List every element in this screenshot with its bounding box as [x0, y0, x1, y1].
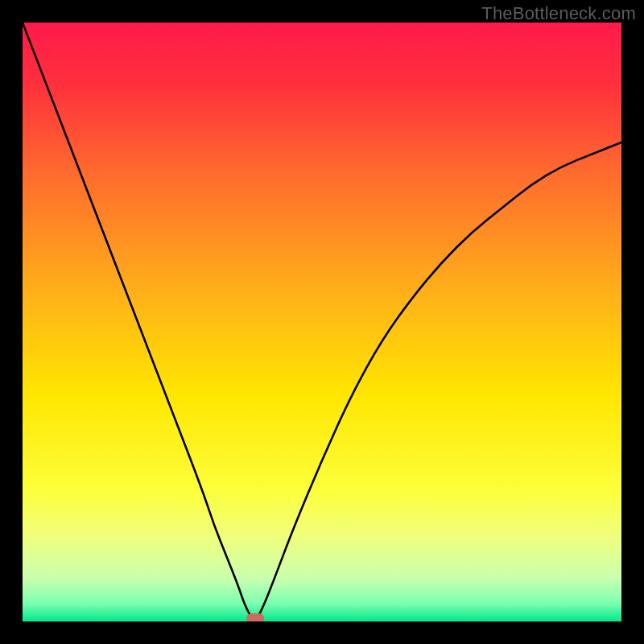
optimal-marker	[246, 613, 264, 621]
plot-area	[23, 23, 621, 621]
chart-frame: TheBottleneck.com	[0, 0, 644, 644]
watermark-text: TheBottleneck.com	[481, 3, 636, 24]
bottleneck-curve	[23, 23, 621, 621]
